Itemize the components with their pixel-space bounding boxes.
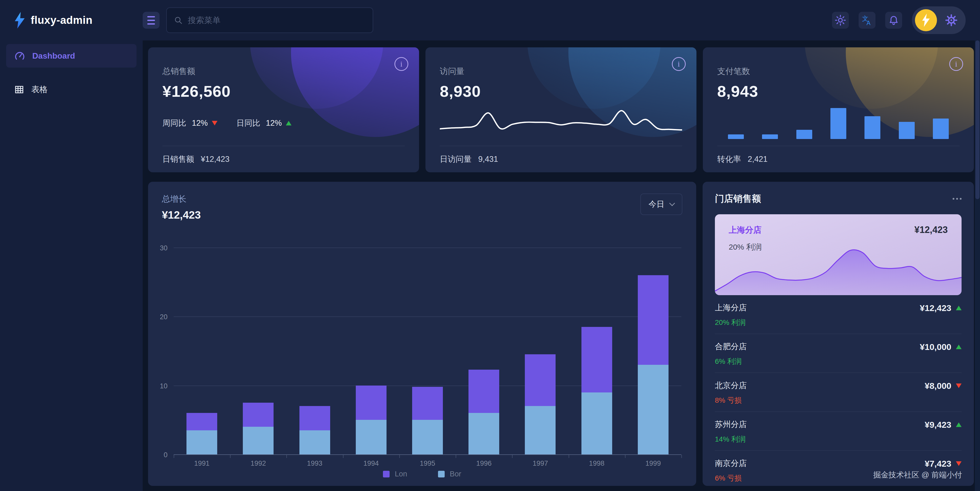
sidebar: Dashboard 表格 xyxy=(0,40,143,491)
stat-cards-row: i 总销售额 ¥126,560 周同比 12% 日同比 12% 日销售额 ¥12… xyxy=(148,48,974,172)
bar-group-1993[interactable] xyxy=(299,248,330,454)
theme-toggle-button[interactable] xyxy=(832,12,849,29)
scrollbar[interactable] xyxy=(975,40,980,491)
payments-minibar-chart xyxy=(717,107,959,139)
x-tick-label: 1999 xyxy=(646,459,661,467)
bar-group-1998[interactable] xyxy=(581,248,612,454)
svg-text:A: A xyxy=(867,20,871,26)
stores-panel: 门店销售额 上海分店 ¥12,423 20% 利润 上海分店 20% 利润 ¥1… xyxy=(703,182,974,486)
language-switch-button[interactable]: 文 A xyxy=(859,12,875,29)
legend-swatch xyxy=(383,471,390,477)
visits-sparkline-chart xyxy=(440,107,682,140)
bar-group-1994[interactable] xyxy=(356,248,387,454)
store-row[interactable]: 上海分店 20% 利润 ¥12,423 xyxy=(715,295,962,334)
bar-group-1995[interactable] xyxy=(412,248,443,454)
info-icon[interactable]: i xyxy=(395,57,408,71)
mini-bar xyxy=(728,134,744,139)
bar-group-1997[interactable] xyxy=(525,248,555,454)
scrollbar-thumb[interactable] xyxy=(975,40,980,199)
store-row[interactable]: 北京分店 8% 亏损 ¥8,000 xyxy=(715,372,962,412)
bar-segment-bor xyxy=(581,392,612,454)
info-icon[interactable]: i xyxy=(672,57,686,71)
bar-group-1991[interactable] xyxy=(186,248,217,454)
legend-item-lon[interactable]: Lon xyxy=(383,470,407,478)
growth-header: 总增长 ¥12,423 今日 xyxy=(162,194,682,221)
sidebar-item-label: 表格 xyxy=(31,84,48,95)
menu-icon xyxy=(147,16,155,17)
card-value: ¥126,560 xyxy=(162,82,405,100)
date-range-select[interactable]: 今日 xyxy=(640,194,682,215)
mini-bar xyxy=(796,130,812,139)
avatar[interactable] xyxy=(915,9,937,31)
trend-caret-icon xyxy=(956,345,962,349)
card-trends: 周同比 12% 日同比 12% xyxy=(162,100,405,146)
x-tick-label: 1997 xyxy=(533,459,548,467)
week-trend: 周同比 12% xyxy=(162,118,218,129)
user-settings-pill[interactable] xyxy=(912,6,966,34)
search-input[interactable] xyxy=(188,16,366,25)
x-tick-label: 1992 xyxy=(250,459,266,467)
menu-toggle-button[interactable] xyxy=(143,12,159,29)
x-tick-label: 1998 xyxy=(589,459,605,467)
search-icon xyxy=(174,16,183,25)
card-value: 8,943 xyxy=(717,82,959,100)
mini-bar xyxy=(899,122,915,139)
search-box[interactable] xyxy=(166,8,373,33)
sidebar-item-table[interactable]: 表格 xyxy=(6,79,137,100)
card-payments: i 支付笔数 8,943 转化率 2,421 xyxy=(703,48,974,172)
highlight-store-value: ¥12,423 xyxy=(915,224,948,236)
bar-group-1992[interactable] xyxy=(243,248,274,454)
mini-bar xyxy=(933,119,949,139)
bar-segment-bor xyxy=(525,406,555,454)
x-tickmark xyxy=(343,455,344,458)
bar-segment-bor xyxy=(468,413,499,454)
visits-sparkline-wrap xyxy=(440,100,682,146)
legend-swatch xyxy=(438,471,445,477)
topbar-actions: 文 A xyxy=(832,6,980,34)
store-row[interactable]: 苏州分店 14% 利润 ¥9,423 xyxy=(715,412,962,450)
x-tickmark xyxy=(286,455,287,458)
table-icon xyxy=(14,85,24,94)
card-label: 总销售额 xyxy=(162,66,405,77)
card-visits: i 访问量 8,930 日访问量 9,431 xyxy=(425,48,697,172)
store-row[interactable]: 合肥分店 6% 利润 ¥10,000 xyxy=(715,334,962,372)
sidebar-item-dashboard[interactable]: Dashboard xyxy=(6,44,137,68)
bar-segment-lon xyxy=(299,406,330,430)
trend-caret-icon xyxy=(956,461,962,466)
bar-segment-bor xyxy=(243,427,274,454)
y-tick-label: 30 xyxy=(150,244,167,252)
stores-header: 门店销售额 xyxy=(715,192,962,205)
more-icon[interactable] xyxy=(953,195,962,202)
main-content: i 总销售额 ¥126,560 周同比 12% 日同比 12% 日销售额 ¥12… xyxy=(143,40,980,491)
card-label: 访问量 xyxy=(440,66,682,77)
mini-bar xyxy=(864,116,880,139)
logo: fluxy-admin xyxy=(0,12,143,29)
chevron-down-icon xyxy=(669,200,675,207)
bar-group-1996[interactable] xyxy=(468,248,499,454)
x-tick-label: 1994 xyxy=(363,459,379,467)
chart-legend: Lon Bor xyxy=(148,470,696,478)
translate-icon: 文 A xyxy=(861,14,873,26)
bar-group-1999[interactable] xyxy=(638,248,668,454)
bar-segment-lon xyxy=(638,275,668,365)
caret-up-icon xyxy=(286,121,291,126)
growth-chart-card: 总增长 ¥12,423 今日 0102030199119921993199419… xyxy=(148,182,696,486)
notifications-button[interactable] xyxy=(885,12,902,29)
trend-caret-icon xyxy=(956,423,962,427)
store-highlight-card[interactable]: 上海分店 ¥12,423 20% 利润 xyxy=(715,214,962,295)
bar-segment-lon xyxy=(581,327,612,392)
card-value: 8,930 xyxy=(440,82,682,100)
info-icon[interactable]: i xyxy=(949,57,963,71)
x-tick-label: 1996 xyxy=(476,459,492,467)
gear-icon[interactable] xyxy=(945,14,958,27)
x-tickmark xyxy=(399,455,400,458)
legend-item-bor[interactable]: Bor xyxy=(438,470,461,478)
bar-segment-bor xyxy=(299,430,330,454)
bar-segment-lon xyxy=(468,370,499,413)
bar-segment-lon xyxy=(186,413,217,430)
x-tickmark xyxy=(625,455,625,458)
x-tickmark xyxy=(456,455,456,458)
card-footer: 日销售额 ¥12,423 xyxy=(162,146,405,172)
bar-segment-bor xyxy=(186,430,217,454)
topbar: fluxy-admin 文 A xyxy=(0,0,980,40)
